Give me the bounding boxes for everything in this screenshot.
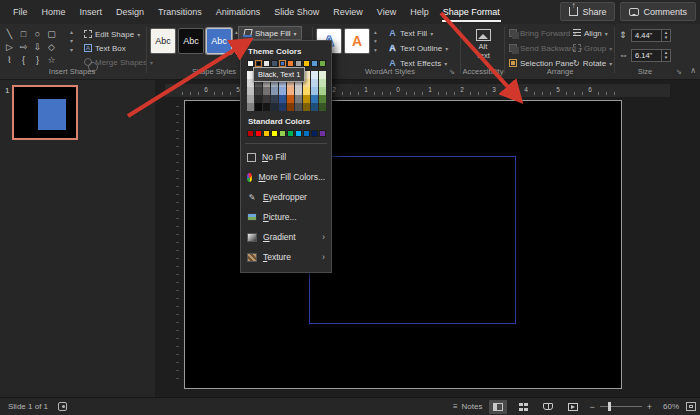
send-backward-button[interactable]: Send Backward ▾ [509,42,582,54]
color-swatch[interactable] [279,60,286,67]
color-variant-swatch[interactable] [311,103,318,111]
color-variant-swatch[interactable] [279,103,286,111]
color-variant-swatch[interactable] [247,87,254,95]
shape-icon[interactable]: } [32,55,43,65]
color-swatch[interactable] [247,130,254,137]
color-variant-swatch[interactable] [303,103,310,111]
color-variant-swatch[interactable] [295,95,302,103]
menu-tab-insert[interactable]: Insert [73,0,110,24]
menu-tab-review[interactable]: Review [326,0,370,24]
shape-width-input[interactable]: 6.14" ▲▼ [631,49,671,62]
share-button[interactable]: Share [560,2,615,21]
color-variant-swatch[interactable] [247,103,254,111]
shape-gallery-scroll[interactable]: ▴▾▾ [70,28,73,53]
color-variant-swatch[interactable] [319,79,326,87]
slide-thumbnail[interactable] [12,85,78,140]
color-variant-swatch[interactable] [319,95,326,103]
color-variant-swatch[interactable] [255,95,262,103]
shape-icon[interactable]: ◇ [46,42,57,52]
menu-tab-help[interactable]: Help [403,0,436,24]
size-dialog-launcher-icon[interactable]: ⇘ [676,68,682,76]
color-variant-swatch[interactable] [255,103,262,111]
height-stepper[interactable]: ▲▼ [661,30,670,41]
width-stepper[interactable]: ▲▼ [661,50,670,61]
color-swatch[interactable] [303,60,310,67]
normal-view-button[interactable] [489,400,507,414]
align-button[interactable]: Align ▾ [573,27,608,39]
shape-fill-button[interactable]: Shape Fill ▾ [238,26,302,40]
menu-item-texture[interactable]: Texture› [241,247,331,267]
shape-icon[interactable]: ▢ [46,29,57,39]
color-swatch[interactable] [287,60,294,67]
color-variant-swatch[interactable] [263,95,270,103]
reading-view-button[interactable] [539,400,557,414]
shape-icon[interactable]: ○ [32,29,43,39]
slide-sorter-button[interactable] [514,400,532,414]
color-variant-swatch[interactable] [319,103,326,111]
color-swatch[interactable] [247,60,254,67]
color-swatch[interactable] [255,130,262,137]
edit-shape-button[interactable]: Edit Shape ▾ [84,28,140,40]
menu-item-gradient[interactable]: Gradient› [241,227,331,247]
color-variant-swatch[interactable] [279,87,286,95]
text-fill-button[interactable]: A Text Fill ▾ [388,27,433,39]
menu-tab-view[interactable]: View [370,0,403,24]
color-swatch[interactable] [271,60,278,67]
color-variant-swatch[interactable] [319,87,326,95]
zoom-in-icon[interactable]: + [647,402,652,412]
menu-item-picture[interactable]: Picture... [241,207,331,227]
color-swatch[interactable] [263,60,270,67]
menu-item-eyedropper[interactable]: ✎Eyedropper [241,187,331,207]
menu-tab-design[interactable]: Design [109,0,151,24]
wordart-scroll[interactable]: ▴▾▾ [374,29,377,53]
color-swatch[interactable] [295,60,302,67]
shape-icon[interactable]: □ [18,29,29,39]
color-swatch[interactable] [255,60,262,67]
zoom-slider[interactable] [600,406,642,407]
fit-slide-icon[interactable] [686,402,696,411]
color-variant-swatch[interactable] [287,95,294,103]
vertical-ruler[interactable] [171,100,181,389]
zoom-level[interactable]: 60% [659,402,679,411]
group-button[interactable]: Group ▾ [573,42,612,54]
text-outline-button[interactable]: A Text Outline ▾ [388,42,448,54]
shape-icon[interactable]: ▷ [4,42,15,52]
color-variant-swatch[interactable] [319,71,326,79]
color-swatch[interactable] [271,130,278,137]
shape-icon[interactable]: ⇩ [32,42,43,52]
color-variant-swatch[interactable] [271,87,278,95]
slideshow-button[interactable] [564,400,582,414]
text-box-button[interactable]: A Text Box [84,42,126,54]
rectangle-shape[interactable] [309,156,516,324]
menu-tab-home[interactable]: Home [35,0,73,24]
color-swatch[interactable] [279,130,286,137]
color-variant-swatch[interactable] [287,87,294,95]
menu-item-no-fill[interactable]: No Fill [241,147,331,167]
shape-icon[interactable]: { [18,55,29,65]
color-swatch[interactable] [311,60,318,67]
accessibility-checker-icon[interactable] [58,402,67,411]
shape-style-tile-selected[interactable]: Abc [206,28,232,54]
color-variant-swatch[interactable] [295,103,302,111]
comments-button[interactable]: Comments [620,2,696,21]
shape-icon[interactable]: ☆ [46,55,57,65]
color-variant-swatch[interactable] [255,87,262,95]
shape-style-tile[interactable]: Abc [150,28,176,54]
color-swatch[interactable] [303,130,310,137]
color-variant-swatch[interactable] [303,95,310,103]
color-variant-swatch[interactable] [271,95,278,103]
menu-tab-slide-show[interactable]: Slide Show [267,0,326,24]
color-variant-swatch[interactable] [271,103,278,111]
shape-icon[interactable]: ⌇ [4,55,15,65]
color-variant-swatch[interactable] [247,95,254,103]
color-variant-swatch[interactable] [311,87,318,95]
shape-icon[interactable]: ╲ [4,29,15,39]
color-variant-swatch[interactable] [303,87,310,95]
zoom-out-icon[interactable]: − [589,402,594,412]
shape-height-input[interactable]: 4.44" ▲▼ [631,29,671,42]
color-variant-swatch[interactable] [287,103,294,111]
bring-forward-button[interactable]: Bring Forward ▾ [509,27,576,39]
menu-tab-shape-format[interactable]: Shape Format [436,0,507,24]
alt-text-button[interactable]: Alt Text [465,26,501,66]
color-variant-swatch[interactable] [311,95,318,103]
